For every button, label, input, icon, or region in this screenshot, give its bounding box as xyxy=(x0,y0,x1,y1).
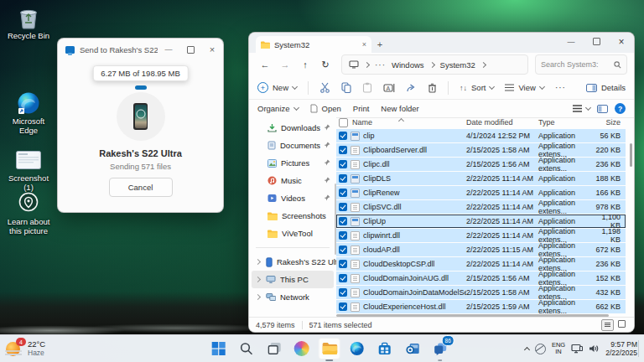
taskbar-start-icon[interactable] xyxy=(208,338,230,359)
column-name[interactable]: Name xyxy=(352,118,372,127)
row-checkbox[interactable] xyxy=(339,160,347,168)
taskbar-file-explorer-icon[interactable] xyxy=(319,338,340,359)
row-checkbox[interactable] xyxy=(339,146,347,154)
preview-pane-icon[interactable] xyxy=(597,105,608,113)
organize-button[interactable]: Organize xyxy=(257,104,299,113)
sort-button[interactable]: ↑↓ Sort xyxy=(460,83,494,92)
row-checkbox[interactable] xyxy=(339,288,347,297)
taskbar-store-icon[interactable] xyxy=(374,338,396,359)
vertical-scrollbar[interactable] xyxy=(630,143,632,167)
tab-close-icon[interactable]: × xyxy=(362,40,366,49)
volume-icon[interactable] xyxy=(589,344,600,354)
rename-button[interactable]: A xyxy=(383,83,395,93)
taskbar-search-icon[interactable] xyxy=(236,338,257,359)
refresh-button[interactable]: ↻ xyxy=(316,55,335,74)
row-checkbox[interactable] xyxy=(339,203,347,211)
view-button[interactable]: View xyxy=(505,83,543,92)
close-button[interactable]: × xyxy=(201,40,223,59)
minimize-button[interactable]: — xyxy=(158,40,179,59)
sidebar-item-downloads[interactable]: Downloads xyxy=(249,119,336,137)
sidebar-item-screenshots[interactable]: Screenshots xyxy=(249,207,336,225)
sidebar-item-music[interactable]: Music xyxy=(249,172,336,189)
expand-chevron-icon[interactable] xyxy=(255,277,261,282)
sidebar-item-pictures[interactable]: Pictures xyxy=(249,154,336,172)
help-button[interactable]: ? xyxy=(615,103,626,114)
row-checkbox[interactable] xyxy=(339,303,347,311)
file-row[interactable]: ClipUp2/22/2025 11:14 AMApplication1,100… xyxy=(336,215,626,228)
search-input[interactable]: Search System3: xyxy=(535,54,627,75)
maximize-button[interactable] xyxy=(584,33,609,50)
taskbar-outlook-icon[interactable] xyxy=(402,338,423,359)
desktop-icon-learn-about[interactable]: Learn about this picture xyxy=(3,191,55,236)
minimize-button[interactable]: — xyxy=(558,33,584,50)
file-row[interactable]: Clipc.dll2/15/2025 1:56 AMApplication ex… xyxy=(336,158,626,171)
new-tab-button[interactable]: + xyxy=(371,36,388,53)
row-checkbox[interactable] xyxy=(339,260,347,268)
cut-button[interactable] xyxy=(319,82,330,93)
language-indicator[interactable]: ENG IN xyxy=(552,342,565,355)
show-desktop-button[interactable] xyxy=(638,340,641,357)
icons-view-toggle[interactable] xyxy=(616,319,627,329)
desktop-icon-microsoft-edge[interactable]: Microsoft Edge xyxy=(3,90,55,136)
clock[interactable]: 9:57 PM 2/22/2025 xyxy=(605,340,641,357)
file-row[interactable]: CloudDomainJoinDataModelServer.dll2/15/2… xyxy=(336,286,626,299)
row-checkbox[interactable] xyxy=(339,217,347,225)
print-button[interactable]: Print xyxy=(353,104,370,113)
file-row[interactable]: ClipboardServer.dll2/15/2025 1:58 AMAppl… xyxy=(336,143,626,157)
details-view-toggle[interactable] xyxy=(601,319,614,331)
desktop-icon-recycle-bin[interactable]: Recycle Bin xyxy=(3,5,55,41)
row-checkbox[interactable] xyxy=(339,132,347,140)
sidebar-item-documents[interactable]: Documents xyxy=(249,137,336,154)
copy-button[interactable] xyxy=(341,82,351,93)
layout-button[interactable] xyxy=(573,105,590,112)
row-checkbox[interactable] xyxy=(339,231,347,240)
file-row[interactable]: CloudExperienceHost.dll2/15/2025 1:59 AM… xyxy=(336,300,626,313)
details-button[interactable]: Details xyxy=(586,83,626,92)
breadcrumb-overflow[interactable]: ··· xyxy=(375,60,386,70)
paste-button[interactable] xyxy=(362,82,372,93)
new-folder-button[interactable]: New folder xyxy=(381,104,418,113)
row-checkbox[interactable] xyxy=(339,274,347,282)
tab-system32[interactable]: System32 × xyxy=(256,36,371,53)
column-type[interactable]: Type xyxy=(538,118,595,127)
file-row[interactable]: CloudDesktopCSP.dll2/22/2025 11:14 AMApp… xyxy=(336,257,626,271)
close-button[interactable]: × xyxy=(609,33,634,50)
file-row[interactable]: ClipDLS2/22/2025 11:14 AMApplication188 … xyxy=(336,172,626,185)
taskbar-chat-icon[interactable]: 86 xyxy=(429,338,451,359)
cancel-button[interactable]: Cancel xyxy=(109,178,173,197)
expand-chevron-icon[interactable] xyxy=(255,294,261,300)
maximize-button[interactable] xyxy=(179,40,201,59)
share-button[interactable] xyxy=(406,83,417,93)
open-button[interactable]: Open xyxy=(310,104,341,113)
new-button[interactable]: + New xyxy=(257,82,297,93)
file-row[interactable]: ClipRenew2/22/2025 11:14 AMApplication16… xyxy=(336,186,626,199)
network-icon[interactable] xyxy=(571,344,583,354)
select-all-checkbox[interactable] xyxy=(339,118,348,127)
row-checkbox[interactable] xyxy=(339,174,347,183)
back-button[interactable]: ← xyxy=(256,55,274,74)
file-row[interactable]: ClipSVC.dll2/22/2025 11:14 AMApplication… xyxy=(336,200,626,214)
up-button[interactable]: ↑ xyxy=(296,55,314,74)
sidebar-item-network[interactable]: Network xyxy=(249,288,336,306)
sidebar-item-phone[interactable]: Rakesh's S22 Ult xyxy=(249,253,336,271)
column-date-modified[interactable]: Date modified xyxy=(466,118,538,127)
file-row[interactable]: CloudDomainJoinAUG.dll2/15/2025 1:56 AMA… xyxy=(336,272,626,285)
breadcrumb-system32[interactable]: System32 xyxy=(440,60,475,70)
sidebar-item-videos[interactable]: Videos xyxy=(249,189,336,207)
column-size[interactable]: Size xyxy=(595,118,626,127)
taskbar-task-view-icon[interactable] xyxy=(263,338,285,359)
desktop-icon-screenshot-1[interactable]: Screenshot (1) xyxy=(3,147,55,193)
sidebar-item-vivetool[interactable]: ViVeTool xyxy=(249,225,336,242)
address-bar[interactable]: ··· Windows System32 xyxy=(341,54,528,75)
more-options-button[interactable]: ··· xyxy=(555,83,566,92)
row-checkbox[interactable] xyxy=(339,246,347,254)
taskbar-edge-icon[interactable] xyxy=(346,338,368,359)
file-row[interactable]: cloudAP.dll2/22/2025 11:15 AMApplication… xyxy=(336,243,626,256)
row-checkbox[interactable] xyxy=(339,189,347,197)
sidebar-item-this-pc[interactable]: This PC xyxy=(252,271,334,288)
forward-button[interactable]: → xyxy=(276,55,294,74)
expand-chevron-icon[interactable] xyxy=(255,259,261,265)
do-not-disturb-icon[interactable] xyxy=(535,344,546,354)
delete-button[interactable] xyxy=(428,83,437,93)
breadcrumb-windows[interactable]: Windows xyxy=(392,60,424,70)
